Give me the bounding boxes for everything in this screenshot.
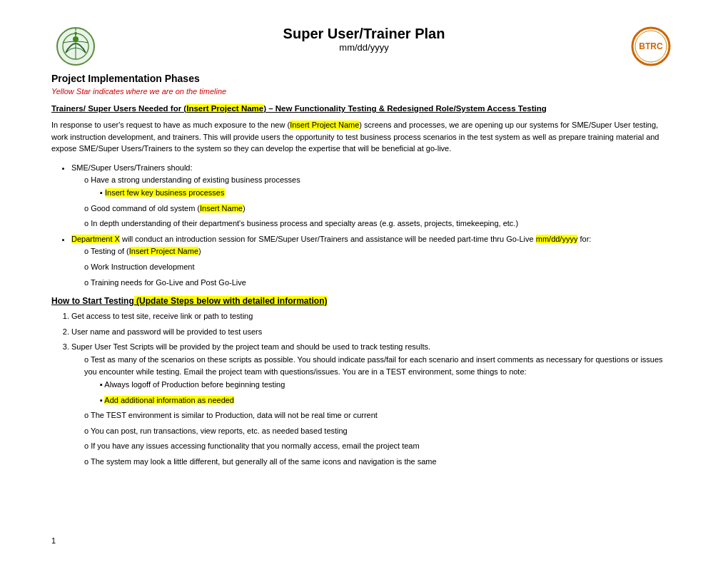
page-title: Super User/Trainer Plan xyxy=(101,26,627,42)
sub-bullet-2-1: Testing of (Insert Project Name) xyxy=(84,245,677,258)
sub-list-3: Test as many of the scenarios on these s… xyxy=(84,354,677,469)
page-number: 1 xyxy=(51,536,56,545)
sub-bullet-2-2: Work Instruction development xyxy=(84,261,677,274)
header: Super User/Trainer Plan mm/dd/yyyy BTRC xyxy=(51,26,677,68)
bullet2-post: for: xyxy=(577,235,591,243)
sub-list-2: Testing of (Insert Project Name) Work In… xyxy=(84,245,677,289)
ordered-item-3-text: Super User Test Scripts will be provided… xyxy=(71,342,430,351)
btrc-logo-icon: BTRC xyxy=(627,26,675,67)
how-to-highlight: (Update Steps below with detailed inform… xyxy=(134,296,328,306)
sub-ol-3-2: The TEST environment is similar to Produ… xyxy=(84,409,677,422)
phase-title: Project Implementation Phases xyxy=(51,73,677,84)
sub-bullet-1-1: Have a strong understanding of existing … xyxy=(84,174,677,199)
sub-bullet-2-1-post: ) xyxy=(198,247,201,255)
sub-ol-3-5-text: The system may look a little different, … xyxy=(91,457,437,466)
sub-bullet-1-2-post: ) xyxy=(243,204,246,213)
main-bullet-list: SME/Super Users/Trainers should: Have a … xyxy=(71,162,677,289)
body-text-pre: In response to user's request to have as… xyxy=(51,121,290,129)
sub-bullet-1-2-pre: Good command of old system ( xyxy=(91,204,200,213)
bullet-1: SME/Super Users/Trainers should: Have a … xyxy=(71,162,677,230)
sub-bullet-1-2: Good command of old system (Insert Name) xyxy=(84,203,677,215)
org-logo-icon xyxy=(51,26,100,67)
trainers-heading-project: Insert Project Name xyxy=(186,104,263,113)
sub-ol-3-4-text: If you have any issues accessing functio… xyxy=(91,441,419,450)
timeline-note: Yellow Star indicates where we are on th… xyxy=(51,87,677,96)
sub-ol-3-5: The system may look a little different, … xyxy=(84,456,677,469)
sub-ol-3-4: If you have any issues accessing functio… xyxy=(84,440,677,453)
bullet1-text: SME/Super Users/Trainers should: xyxy=(71,163,193,172)
insert-name-highlight: Insert Name xyxy=(200,204,243,213)
sub-sub-bullet-1-1: Insert few key business processes xyxy=(100,187,677,200)
how-to-heading: How to Start Testing (Update Steps below… xyxy=(51,296,677,306)
sub-ol-3-3: You can post, run transactions, view rep… xyxy=(84,425,677,438)
header-center: Super User/Trainer Plan mm/dd/yyyy xyxy=(101,26,627,53)
sub-bullet-2-3-text: Training needs for Go-Live and Post Go-L… xyxy=(91,278,246,287)
sub-bullet-1-1-text: Have a strong understanding of existing … xyxy=(91,175,300,184)
ordered-item-3: Super User Test Scripts will be provided… xyxy=(71,341,677,468)
sub-sub-list-1: Insert few key business processes xyxy=(100,187,677,200)
add-info-highlight: Add additional information as needed xyxy=(104,396,234,404)
ordered-list: Get access to test site, receive link or… xyxy=(71,310,677,469)
bullet2-mid: will conduct an introduction session for… xyxy=(120,235,536,243)
ordered-item-2: User name and password will be provided … xyxy=(71,326,677,339)
trainers-heading-text2: ) – New Functionality Testing & Redesign… xyxy=(263,104,547,113)
page: Super User/Trainer Plan mm/dd/yyyy BTRC … xyxy=(0,0,728,562)
header-date: mm/dd/yyyy xyxy=(101,42,627,53)
logo-right: BTRC xyxy=(627,26,677,68)
sub-bullet-2-3: Training needs for Go-Live and Post Go-L… xyxy=(84,277,677,290)
logo-left xyxy=(51,26,101,68)
svg-point-2 xyxy=(73,36,79,42)
sub-ol-3-2-text: The TEST environment is similar to Produ… xyxy=(91,411,378,419)
sub-ol-3-1: Test as many of the scenarios on these s… xyxy=(84,354,677,407)
sub-sub-ol-3-1: Always logoff of Production before begin… xyxy=(100,379,677,392)
sub-sub-ol-3-1-text: Always logoff of Production before begin… xyxy=(104,380,285,389)
body-project-inline: Insert Project Name xyxy=(290,121,359,129)
ordered-item-2-text: User name and password will be provided … xyxy=(71,327,262,336)
svg-text:BTRC: BTRC xyxy=(639,41,663,51)
ordered-item-1: Get access to test site, receive link or… xyxy=(71,310,677,323)
trainers-heading-text1: Trainers/ Super Users Needed for ( xyxy=(51,104,186,113)
sub-sub-bullet-text: Insert few key business processes xyxy=(105,188,225,197)
sub-sub-list-3: Always logoff of Production before begin… xyxy=(100,379,677,407)
insert-project-name-2: Insert Project Name xyxy=(129,247,198,255)
sub-bullet-2-2-text: Work Instruction development xyxy=(91,262,194,271)
how-to-pre: How to Start Testing xyxy=(51,296,134,306)
date-highlight: mm/dd/yyyy xyxy=(536,235,578,243)
trainers-heading: Trainers/ Super Users Needed for (Insert… xyxy=(51,103,677,115)
dept-x-highlight: Department X xyxy=(71,235,120,243)
body-paragraph: In response to user's request to have as… xyxy=(51,119,677,155)
sub-sub-ol-3-2: Add additional information as needed xyxy=(100,394,677,407)
sub-ol-3-1-text: Test as many of the scenarios on these s… xyxy=(84,355,663,377)
sub-bullet-2-1-pre: Testing of ( xyxy=(91,247,129,255)
ordered-item-1-text: Get access to test site, receive link or… xyxy=(71,312,253,320)
sub-ol-3-3-text: You can post, run transactions, view rep… xyxy=(91,426,348,435)
sub-bullet-1-3-text: In depth understanding of their departme… xyxy=(91,219,518,228)
bullet-2: Department X will conduct an introductio… xyxy=(71,233,677,289)
sub-bullet-1-3: In depth understanding of their departme… xyxy=(84,218,677,230)
sub-list-1: Have a strong understanding of existing … xyxy=(84,174,677,230)
